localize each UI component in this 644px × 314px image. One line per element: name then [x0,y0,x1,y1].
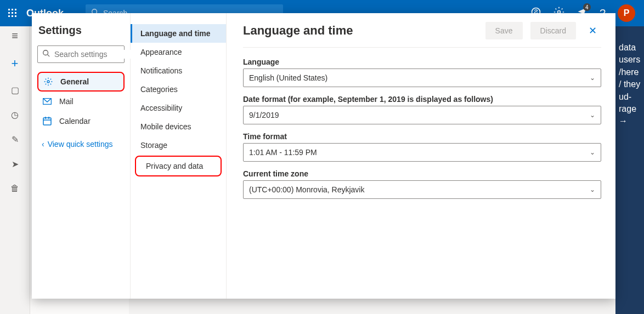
sent-icon[interactable]: ➤ [12,159,19,169]
nav-label: Calendar [59,117,91,125]
discard-button[interactable]: Discard [530,22,576,39]
settings-subnav-col: Language and time Appearance Notificatio… [131,13,227,299]
language-select[interactable]: English (United States) ⌄ [243,68,601,87]
subnav-privacy-data[interactable]: Privacy and data [135,156,222,176]
promo-sidebar: data users /here / they ud- rage → [615,26,644,314]
select-value: 9/1/2019 [249,111,279,119]
time-format-select[interactable]: 1:01 AM - 11:59 PM ⌄ [243,143,601,162]
settings-modal: Settings General Mail Calendar ‹ [32,13,615,299]
panel-title: Language and time [243,24,353,38]
notification-badge: 4 [583,3,591,11]
field-time-format: Time format 1:01 AM - 11:59 PM ⌄ [243,132,601,162]
subnav-notifications[interactable]: Notifications [131,61,226,80]
hamburger-icon[interactable]: ≡ [12,30,18,42]
draft-icon[interactable]: ✎ [12,134,19,145]
field-label: Time format [243,132,601,141]
subnav-storage[interactable]: Storage [131,136,226,155]
svg-rect-8 [15,15,16,17]
field-language: Language English (United States) ⌄ [243,58,601,87]
settings-nav-col: Settings General Mail Calendar ‹ [32,13,131,299]
svg-rect-1 [12,9,13,10]
svg-line-14 [48,55,50,57]
gear-icon [43,77,54,86]
svg-rect-4 [12,12,13,14]
calendar-icon [42,117,53,125]
view-quick-label: View quick settings [48,140,113,149]
nav-label: Mail [59,97,74,106]
field-label: Current time zone [243,169,601,178]
select-value: English (United States) [249,73,327,82]
view-quick-settings[interactable]: ‹ View quick settings [37,131,125,157]
clock-icon[interactable]: ◷ [11,110,19,120]
nav-label: General [60,77,89,86]
select-value: (UTC+00:00) Monrovia, Reykjavik [249,185,364,194]
nav-calendar[interactable]: Calendar [37,111,125,131]
svg-rect-2 [15,9,16,10]
date-format-select[interactable]: 9/1/2019 ⌄ [243,106,601,124]
app-launcher-icon[interactable] [4,9,21,18]
svg-rect-3 [8,12,10,14]
subnav-appearance[interactable]: Appearance [131,43,226,61]
search-icon [42,49,50,59]
chevron-left-icon: ‹ [42,140,44,149]
field-date-format: Date format (for example, September 1, 2… [243,95,601,124]
panel-header: Language and time Save Discard ✕ [243,22,601,48]
settings-title: Settings [37,24,125,37]
inbox-icon[interactable]: ▢ [11,85,19,95]
subnav-accessibility[interactable]: Accessibility [131,99,226,117]
svg-rect-17 [43,118,51,125]
timezone-select[interactable]: (UTC+00:00) Monrovia, Reykjavik ⌄ [243,180,601,199]
field-label: Language [243,58,601,66]
nav-general[interactable]: General [37,72,125,92]
svg-rect-0 [8,9,10,10]
field-timezone: Current time zone (UTC+00:00) Monrovia, … [243,169,601,199]
settings-search[interactable] [37,45,125,63]
mail-icon [42,98,53,105]
svg-rect-6 [8,15,10,17]
compose-icon[interactable]: + [12,56,19,71]
chevron-down-icon: ⌄ [590,149,595,156]
subnav-mobile-devices[interactable]: Mobile devices [131,117,226,136]
field-label: Date format (for example, September 1, 2… [243,95,601,104]
svg-rect-5 [15,12,16,14]
svg-point-13 [43,50,48,55]
chevron-down-icon: ⌄ [590,186,595,193]
chevron-down-icon: ⌄ [590,74,595,82]
select-value: 1:01 AM - 11:59 PM [249,148,317,157]
svg-rect-7 [12,15,13,17]
settings-panel: Language and time Save Discard ✕ Languag… [227,13,615,299]
svg-point-15 [47,81,49,83]
left-rail: ≡ + ▢ ◷ ✎ ➤ 🗑 [0,26,30,314]
nav-mail[interactable]: Mail [37,92,125,111]
chevron-down-icon: ⌄ [590,111,595,119]
delete-icon[interactable]: 🗑 [10,184,19,193]
avatar[interactable]: P [618,4,635,22]
subnav-language-time[interactable]: Language and time [131,24,226,43]
close-icon[interactable]: ✕ [584,25,601,37]
subnav-categories[interactable]: Categories [131,80,226,99]
save-button[interactable]: Save [485,22,523,39]
